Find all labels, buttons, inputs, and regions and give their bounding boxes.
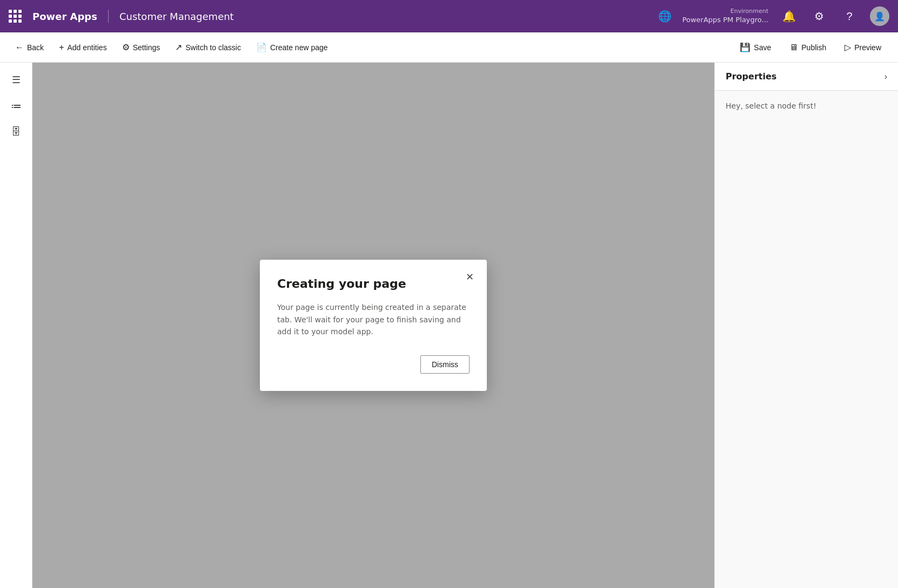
properties-body: Hey, select a node first! <box>715 91 898 121</box>
publish-button[interactable]: 🖥 Publish <box>781 39 834 56</box>
notifications-button[interactable]: 🔔 <box>779 6 799 26</box>
nav-separator <box>108 10 109 23</box>
save-label: Save <box>754 43 771 52</box>
modal-backdrop: ✕ Creating your page Your page is curren… <box>32 63 714 588</box>
app-grid-icon[interactable] <box>9 10 22 23</box>
properties-hint: Hey, select a node first! <box>726 102 816 110</box>
back-button[interactable]: ← Back <box>9 39 50 56</box>
back-icon: ← <box>15 43 24 52</box>
content-area: ✕ Creating your page Your page is curren… <box>32 63 714 588</box>
settings-toolbar-button[interactable]: ⚙ Settings <box>116 39 167 56</box>
modal-footer: Dismiss <box>277 355 470 374</box>
add-entities-label: Add entities <box>67 43 106 52</box>
preview-label: Preview <box>854 43 881 52</box>
sidebar: ☰ ≔ 🗄 <box>0 63 32 588</box>
settings-toolbar-icon: ⚙ <box>122 42 130 52</box>
toolbar: ← Back + Add entities ⚙ Settings ↗ Switc… <box>0 32 898 63</box>
sidebar-hamburger-button[interactable]: ☰ <box>5 69 27 91</box>
environment-info: Environment PowerApps PM Playgro... <box>682 8 768 24</box>
toolbar-right: 💾 Save 🖥 Publish ▷ Preview <box>732 38 889 56</box>
preview-icon: ▷ <box>845 42 851 52</box>
publish-icon: 🖥 <box>789 43 798 52</box>
environment-globe-icon: 🌐 <box>658 10 672 23</box>
switch-to-classic-button[interactable]: ↗ Switch to classic <box>169 39 247 56</box>
switch-to-classic-label: Switch to classic <box>185 43 241 52</box>
create-new-page-icon: 📄 <box>256 42 267 52</box>
save-button[interactable]: 💾 Save <box>732 38 779 56</box>
save-icon: 💾 <box>740 42 750 52</box>
modal-title: Creating your page <box>277 277 470 290</box>
settings-button[interactable]: ⚙ <box>809 6 829 26</box>
app-title: Power Apps <box>32 11 97 22</box>
properties-title: Properties <box>726 71 776 82</box>
modal-close-button[interactable]: ✕ <box>461 268 478 286</box>
help-button[interactable]: ? <box>840 6 859 26</box>
dismiss-button[interactable]: Dismiss <box>420 355 470 374</box>
nav-right: 🌐 Environment PowerApps PM Playgro... 🔔 … <box>658 6 889 26</box>
modal-body: Your page is currently being created in … <box>277 301 470 337</box>
list-icon: ≔ <box>11 99 22 112</box>
properties-panel: Properties › Hey, select a node first! <box>714 63 898 588</box>
add-entities-icon: + <box>59 43 64 52</box>
publish-label: Publish <box>801 43 826 52</box>
add-entities-button[interactable]: + Add entities <box>52 39 113 56</box>
environment-label: Environment <box>731 8 768 15</box>
preview-button[interactable]: ▷ Preview <box>836 38 889 56</box>
sidebar-database-button[interactable]: 🗄 <box>5 121 27 143</box>
hamburger-icon: ☰ <box>12 74 21 86</box>
creating-page-modal: ✕ Creating your page Your page is curren… <box>260 260 487 390</box>
properties-collapse-button[interactable]: › <box>884 72 887 82</box>
database-icon: 🗄 <box>11 126 21 138</box>
back-label: Back <box>27 43 44 52</box>
environment-name: PowerApps PM Playgro... <box>682 16 768 25</box>
top-nav: Power Apps Customer Management 🌐 Environ… <box>0 0 898 32</box>
avatar[interactable]: 👤 <box>870 6 889 26</box>
switch-classic-icon: ↗ <box>175 42 182 52</box>
sidebar-list-button[interactable]: ≔ <box>5 95 27 117</box>
page-name: Customer Management <box>119 11 652 22</box>
close-icon: ✕ <box>466 271 474 283</box>
settings-label: Settings <box>133 43 160 52</box>
create-new-page-label: Create new page <box>270 43 328 52</box>
create-new-page-button[interactable]: 📄 Create new page <box>250 39 334 56</box>
properties-header: Properties › <box>715 63 898 91</box>
main-layout: ☰ ≔ 🗄 ✕ Creating your page Your page is … <box>0 63 898 588</box>
